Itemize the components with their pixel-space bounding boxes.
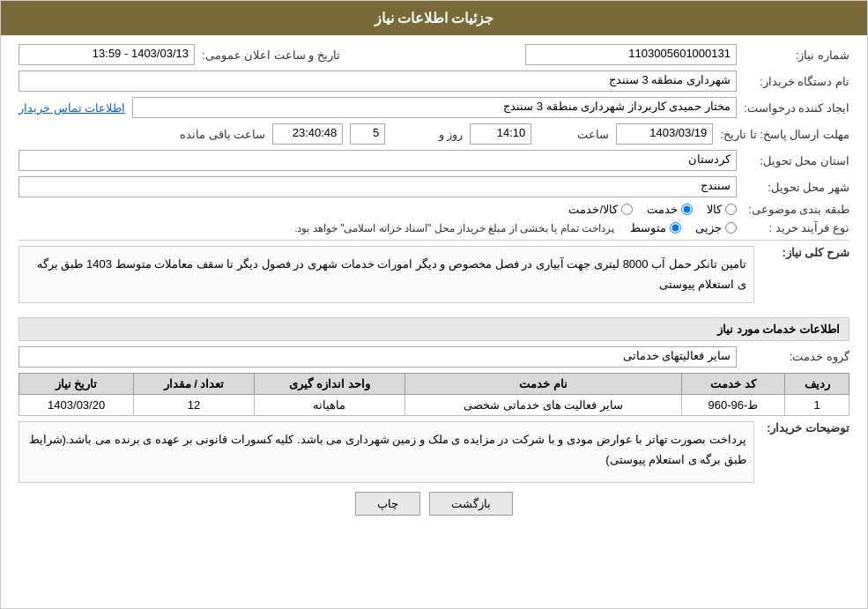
date-label: تاریخ و ساعت اعلان عمومی: — [202, 48, 340, 62]
service-group-label: گروه خدمت: — [744, 350, 849, 363]
print-button[interactable]: چاپ — [355, 492, 420, 516]
services-table: ردیف کد خدمت نام خدمت واحد اندازه گیری ت… — [19, 373, 849, 416]
radio-jozi[interactable] — [725, 222, 737, 234]
col-code: کد خدمت — [681, 373, 784, 394]
radio-motavasset[interactable] — [670, 222, 681, 234]
buyer-org-value: شهرداری منطقه 3 سنندج — [19, 71, 737, 92]
services-section-title: اطلاعات خدمات مورد نیاز — [19, 317, 849, 341]
city-label: شهر محل تحویل: — [744, 181, 849, 194]
buyer-remarks-label: توضیحات خریدار: — [761, 421, 849, 434]
province-value: کردستان — [19, 150, 737, 171]
table-row: 1ط-96-960سایر فعالیت های خدماتی شخصیماهی… — [19, 394, 849, 415]
radio-khedmat[interactable] — [681, 204, 693, 215]
need-number-value: 1103005601000131 — [525, 44, 737, 65]
city-value: سنندج — [19, 176, 737, 197]
category-radio-group: کالا خدمت کالا/خدمت — [568, 203, 737, 216]
radio-option-jozi[interactable]: جزیی — [695, 221, 737, 234]
button-row: بازگشت چاپ — [19, 492, 849, 516]
radio-kala-label: کالا — [707, 203, 722, 216]
creator-label: ایجاد کننده درخواست: — [744, 101, 849, 115]
radio-option-motavasset[interactable]: متوسط — [630, 221, 681, 234]
process-note: پرداخت تمام یا بخشی از مبلغ خریداز محل "… — [294, 222, 614, 234]
col-row: ردیف — [785, 373, 849, 394]
page-title: جزئیات اطلاعات نیاز — [375, 11, 494, 26]
reply-days-value: 5 — [350, 123, 385, 145]
radio-option-kala-khedmat[interactable]: کالا/خدمت — [568, 203, 633, 216]
reply-date-value: 1403/03/19 — [616, 123, 713, 145]
reply-time-value: 14:10 — [470, 123, 531, 145]
process-radio-group: جزیی متوسط — [630, 221, 737, 234]
category-label: طبقه بندی موضوعی: — [744, 203, 849, 216]
creator-value: مختار حمیدی کاربرداز شهرداری منطقه 3 سنن… — [132, 97, 737, 118]
radio-kala[interactable] — [725, 204, 737, 215]
need-number-label: شماره نیاز: — [744, 48, 849, 62]
contact-link[interactable]: اطلاعات تماس خریدار — [19, 101, 125, 115]
divider1 — [19, 240, 849, 241]
reply-day-label: روز و — [392, 128, 463, 141]
radio-option-khedmat[interactable]: خدمت — [647, 203, 693, 216]
radio-kala-khedmat[interactable] — [621, 204, 633, 215]
col-date: تاریخ نیاز — [19, 373, 134, 394]
col-unit: واحد اندازه گیری — [254, 373, 405, 394]
service-group-value: سایر فعالیتهای خدماتی — [19, 346, 737, 368]
radio-jozi-label: جزیی — [695, 221, 722, 234]
remaining-label: ساعت باقی مانده — [180, 128, 265, 141]
radio-motavasset-label: متوسط — [630, 221, 666, 234]
radio-khedmat-label: خدمت — [647, 203, 678, 216]
province-label: استان محل تحویل: — [744, 154, 849, 167]
radio-kala-khedmat-label: کالا/خدمت — [568, 203, 618, 216]
back-button[interactable]: بازگشت — [429, 492, 513, 516]
reply-time-label: ساعت — [538, 128, 609, 141]
remaining-value: 23:40:48 — [272, 123, 343, 145]
reply-deadline-label: مهلت ارسال پاسخ: تا تاریخ: — [720, 128, 849, 141]
col-qty: تعداد / مقدار — [134, 373, 254, 394]
page-header: جزئیات اطلاعات نیاز — [1, 1, 867, 35]
col-name: نام خدمت — [405, 373, 681, 394]
radio-option-kala[interactable]: کالا — [707, 203, 737, 216]
description-label: شرح کلی نیاز: — [761, 246, 849, 259]
description-text: تامین تانکر حمل آب 8000 لیتری جهت آبیاری… — [19, 246, 754, 303]
buyer-remarks-text: پرداخت بصورت تهاتر با عوارض مودی و با شر… — [19, 421, 754, 483]
date-value: 1403/03/13 - 13:59 — [19, 44, 195, 65]
buyer-org-label: نام دستگاه خریدار: — [744, 75, 849, 88]
process-type-label: نوع فرآیند خرید : — [744, 221, 849, 234]
